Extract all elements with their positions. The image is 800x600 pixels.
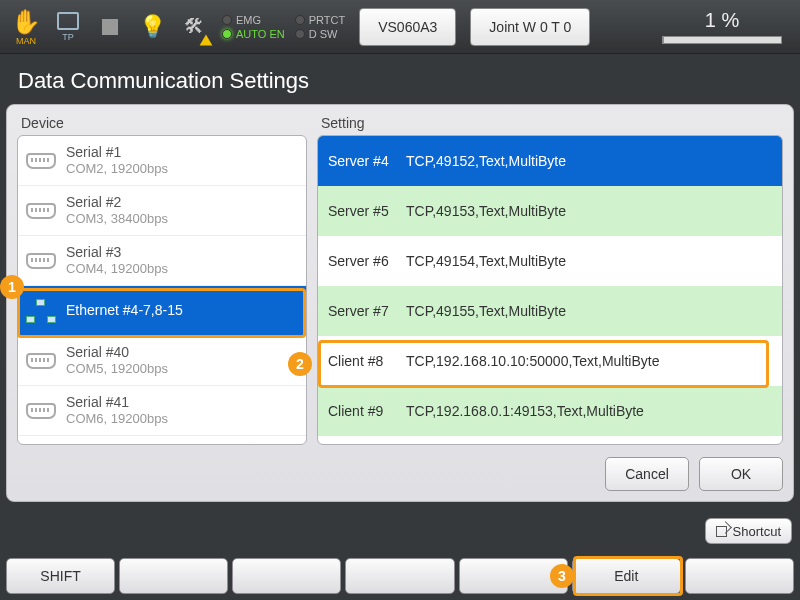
device-item[interactable]: Ethernet #4-7,8-15 (18, 286, 306, 336)
serial-port-icon (26, 403, 56, 419)
speed-value: 1 % (705, 9, 739, 32)
fnkey-4[interactable] (345, 558, 454, 594)
device-name: Serial #41 (66, 394, 168, 412)
tp-icon[interactable]: TP (50, 9, 86, 45)
setting-scroll[interactable]: Server #4TCP,49152,Text,MultiByteServer … (318, 136, 782, 444)
joint-mode-button[interactable]: Joint W 0 T 0 (470, 8, 590, 46)
setting-header: Setting (317, 113, 783, 135)
ethernet-icon (26, 299, 56, 323)
device-item[interactable]: Serial #40COM5, 19200bps (18, 336, 306, 386)
fnkey-shift[interactable]: SHIFT (6, 558, 115, 594)
device-name: Serial #2 (66, 194, 168, 212)
setting-value: TCP,49152,Text,MultiByte (400, 153, 782, 169)
device-item[interactable]: Serial #1COM2, 19200bps (18, 136, 306, 186)
prtct-indicator (295, 15, 305, 25)
device-item[interactable]: Serial #2COM3, 38400bps (18, 186, 306, 236)
serial-port-icon (26, 203, 56, 219)
setting-value: TCP,49153,Text,MultiByte (400, 203, 782, 219)
serial-port-icon (26, 153, 56, 169)
device-sub: COM4, 19200bps (66, 261, 168, 277)
status-indicators-left: EMG AUTO EN (222, 14, 285, 40)
status-indicators-right: PRTCT D SW (295, 14, 345, 40)
robot-model-button[interactable]: VS060A3 (359, 8, 456, 46)
device-name: Serial #40 (66, 344, 168, 362)
fnkey-edit[interactable]: Edit (572, 558, 681, 594)
bulb-icon[interactable]: 💡 (134, 9, 170, 45)
emg-indicator (222, 15, 232, 25)
serial-port-icon (26, 353, 56, 369)
setting-name: Client #9 (318, 403, 400, 419)
setting-value: TCP,49155,Text,MultiByte (400, 303, 782, 319)
manual-mode-icon[interactable]: ✋ MAN (8, 9, 44, 45)
device-sub: COM2, 19200bps (66, 161, 168, 177)
device-name: Serial #1 (66, 144, 168, 162)
device-item[interactable]: Serial #3COM4, 19200bps (18, 236, 306, 286)
setting-name: Server #7 (318, 303, 400, 319)
device-sub: COM3, 38400bps (66, 211, 168, 227)
main-panel: Device Serial #1COM2, 19200bpsSerial #2C… (6, 104, 794, 502)
fnkey-3[interactable] (232, 558, 341, 594)
top-toolbar: ✋ MAN TP 💡 🛠 EMG AUTO EN PRTCT D SW VS06… (0, 0, 800, 54)
setting-name: Server #4 (318, 153, 400, 169)
device-sub: COM6, 19200bps (66, 411, 168, 427)
page-title: Data Communication Settings (0, 54, 800, 104)
autoen-indicator (222, 29, 232, 39)
tools-icon[interactable]: 🛠 (176, 9, 212, 45)
setting-row[interactable]: Client #9TCP,192.168.0.1:49153,Text,Mult… (318, 386, 782, 436)
setting-name: Client #8 (318, 353, 400, 369)
setting-row[interactable]: Server #5TCP,49153,Text,MultiByte (318, 186, 782, 236)
device-name: Serial #3 (66, 244, 168, 262)
cancel-button[interactable]: Cancel (605, 457, 689, 491)
fnkey-2[interactable] (119, 558, 228, 594)
setting-name: Server #6 (318, 253, 400, 269)
setting-value: TCP,49154,Text,MultiByte (400, 253, 782, 269)
stop-icon[interactable] (92, 9, 128, 45)
setting-row[interactable]: Client #8TCP,192.168.10.10:50000,Text,Mu… (318, 336, 782, 386)
fnkey-5[interactable] (459, 558, 568, 594)
device-header: Device (17, 113, 307, 135)
setting-row[interactable]: Server #7TCP,49155,Text,MultiByte (318, 286, 782, 336)
setting-row[interactable]: Server #6TCP,49154,Text,MultiByte (318, 236, 782, 286)
setting-row[interactable]: Server #4TCP,49152,Text,MultiByte (318, 136, 782, 186)
warning-icon (200, 34, 213, 45)
setting-value: TCP,192.168.0.1:49153,Text,MultiByte (400, 403, 782, 419)
device-item[interactable]: Serial #41COM6, 19200bps (18, 386, 306, 436)
dsw-indicator (295, 29, 305, 39)
setting-name: Server #5 (318, 203, 400, 219)
shortcut-icon (716, 526, 727, 537)
shortcut-button[interactable]: Shortcut (705, 518, 792, 544)
speed-display[interactable]: 1 % (662, 9, 792, 44)
shortcut-label: Shortcut (733, 524, 781, 539)
speed-bar (662, 36, 782, 44)
ok-button[interactable]: OK (699, 457, 783, 491)
device-list: Serial #1COM2, 19200bpsSerial #2COM3, 38… (17, 135, 307, 445)
setting-list: Server #4TCP,49152,Text,MultiByteServer … (317, 135, 783, 445)
device-name: Ethernet #4-7,8-15 (66, 302, 183, 320)
fnkey-7[interactable] (685, 558, 794, 594)
setting-value: TCP,192.168.10.10:50000,Text,MultiByte (400, 353, 782, 369)
serial-port-icon (26, 253, 56, 269)
device-sub: COM5, 19200bps (66, 361, 168, 377)
function-key-bar: SHIFTEdit (0, 554, 800, 600)
